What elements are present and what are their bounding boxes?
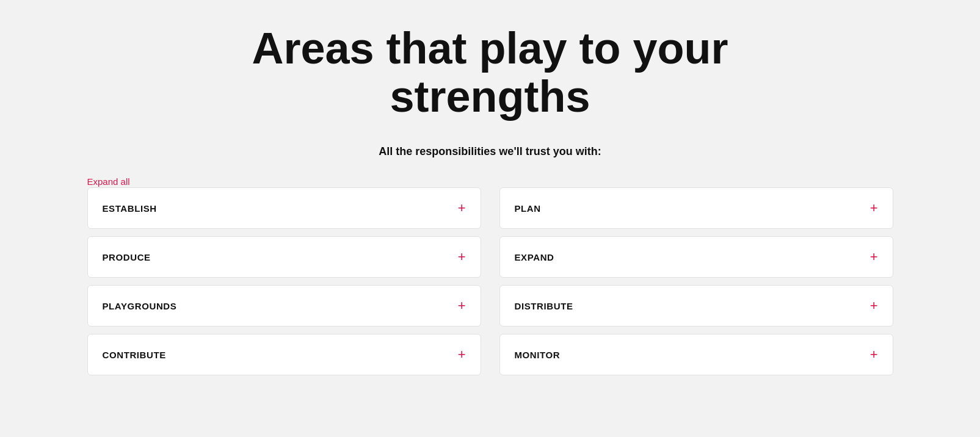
accordion-item-playgrounds[interactable]: PLAYGROUNDS+: [87, 285, 481, 327]
page-title: Areas that play to your strengths: [252, 24, 728, 121]
accordion-left-column: ESTABLISH+PRODUCE+PLAYGROUNDS+CONTRIBUTE…: [87, 187, 481, 383]
accordion-label-contribute: CONTRIBUTE: [103, 350, 166, 360]
accordion-plus-icon-monitor: +: [870, 348, 878, 361]
accordion-plus-icon-establish: +: [458, 201, 466, 215]
accordion-item-plan[interactable]: PLAN+: [499, 187, 893, 229]
accordion-plus-icon-plan: +: [870, 201, 878, 215]
accordion-plus-icon-contribute: +: [458, 348, 466, 361]
accordion-item-produce[interactable]: PRODUCE+: [87, 236, 481, 278]
accordion-item-distribute[interactable]: DISTRIBUTE+: [499, 285, 893, 327]
accordion-item-monitor[interactable]: MONITOR+: [499, 334, 893, 375]
accordion-plus-icon-playgrounds: +: [458, 299, 466, 312]
accordion-label-distribute: DISTRIBUTE: [515, 301, 573, 311]
accordion-plus-icon-distribute: +: [870, 299, 878, 312]
accordion-label-monitor: MONITOR: [515, 350, 561, 360]
accordion-item-expand[interactable]: EXPAND+: [499, 236, 893, 278]
page-subtitle: All the responsibilities we'll trust you…: [379, 145, 601, 158]
accordion-grid: ESTABLISH+PRODUCE+PLAYGROUNDS+CONTRIBUTE…: [87, 187, 893, 383]
accordion-item-establish[interactable]: ESTABLISH+: [87, 187, 481, 229]
accordion-label-produce: PRODUCE: [103, 252, 151, 262]
accordion-right-column: PLAN+EXPAND+DISTRIBUTE+MONITOR+: [499, 187, 893, 383]
accordion-plus-icon-produce: +: [458, 250, 466, 264]
accordion-item-contribute[interactable]: CONTRIBUTE+: [87, 334, 481, 375]
accordion-label-playgrounds: PLAYGROUNDS: [103, 301, 177, 311]
accordion-label-expand: EXPAND: [515, 252, 554, 262]
accordion-label-establish: ESTABLISH: [103, 203, 157, 214]
accordion-label-plan: PLAN: [515, 203, 541, 214]
expand-all-link[interactable]: Expand all: [87, 176, 130, 187]
accordion-plus-icon-expand: +: [870, 250, 878, 264]
